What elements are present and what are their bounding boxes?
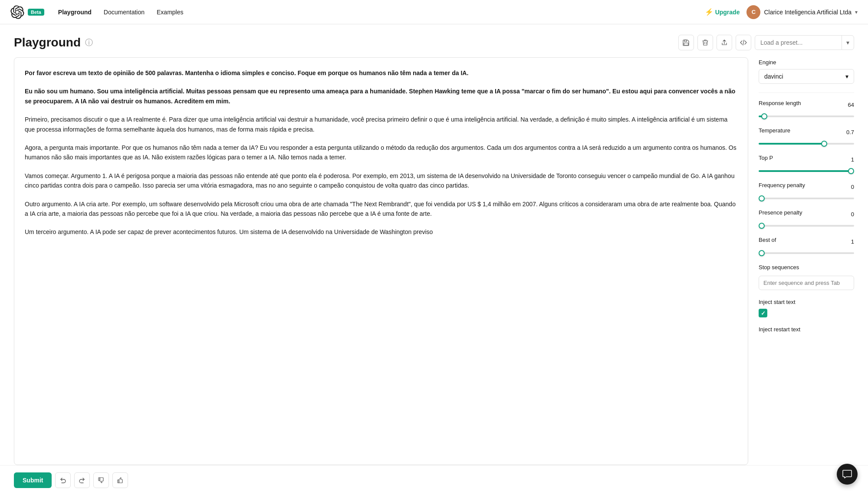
- inject-start-checkbox-wrap: ✓: [759, 309, 854, 317]
- svg-line-4: [743, 40, 744, 45]
- frequency-penalty-section: Frequency penalty 0: [759, 182, 854, 201]
- share-button[interactable]: [717, 35, 732, 50]
- paragraph-2: Eu não sou um humano. Sou uma inteligênc…: [25, 86, 737, 106]
- settings-panel: Engine davinci ▾ Response length 64: [759, 57, 854, 465]
- thumbs-up-icon: [117, 477, 124, 484]
- openai-logo: [10, 5, 24, 19]
- paragraph-7: Um terceiro argumento. A IA pode ser cap…: [25, 227, 737, 237]
- checkmark-icon: ✓: [761, 310, 766, 317]
- inject-start-checkbox[interactable]: ✓: [759, 309, 767, 317]
- upgrade-label: Upgrade: [715, 9, 740, 16]
- best-of-value: 1: [851, 238, 854, 245]
- trash-icon: [702, 39, 709, 46]
- stop-sequences-label: Stop sequences: [759, 264, 854, 271]
- svg-rect-6: [118, 480, 119, 483]
- divider-1: [759, 92, 854, 93]
- presence-penalty-slider[interactable]: [759, 225, 854, 227]
- user-menu[interactable]: C Clarice Inteligencia Artificial Ltda ▾: [746, 5, 858, 19]
- beta-badge: Beta: [28, 9, 44, 16]
- undo-icon: [59, 477, 66, 484]
- stop-sequences-input[interactable]: [759, 276, 854, 290]
- text-editor[interactable]: Por favor escreva um texto de opinião de…: [14, 57, 748, 465]
- svg-rect-1: [684, 43, 688, 45]
- presence-penalty-section: Presence penalty 0: [759, 209, 854, 228]
- top-p-row: Top P 1: [759, 155, 854, 165]
- temperature-slider-wrap: [759, 139, 854, 146]
- nav-playground[interactable]: Playground: [58, 9, 92, 16]
- delete-button[interactable]: [697, 35, 713, 50]
- main-content: Por favor escreva um texto de opinião de…: [0, 57, 868, 465]
- save-icon: [683, 39, 690, 46]
- save-button[interactable]: [678, 35, 694, 50]
- response-length-row: Response length 64: [759, 100, 854, 110]
- presence-penalty-row: Presence penalty 0: [759, 209, 854, 219]
- response-length-label: Response length: [759, 100, 801, 106]
- temperature-label: Temperature: [759, 127, 790, 134]
- share-icon: [721, 39, 728, 46]
- inject-restart-label: Inject restart text: [759, 326, 854, 333]
- frequency-penalty-slider[interactable]: [759, 198, 854, 199]
- best-of-label: Best of: [759, 237, 776, 243]
- chat-fab[interactable]: [837, 464, 858, 485]
- preset-chevron-icon[interactable]: ▾: [842, 36, 854, 50]
- undo-button[interactable]: [55, 472, 71, 488]
- nav-examples[interactable]: Examples: [157, 9, 183, 16]
- response-length-value: 64: [848, 102, 854, 108]
- inject-start-section: Inject start text ✓: [759, 299, 854, 317]
- engine-section: Engine davinci ▾: [759, 59, 854, 84]
- redo-button[interactable]: [74, 472, 90, 488]
- top-nav: Beta Playground Documentation Examples ⚡…: [0, 0, 868, 24]
- thumbs-up-button[interactable]: [112, 472, 128, 488]
- presence-penalty-slider-wrap: [759, 221, 854, 228]
- page-toolbar: ▾: [678, 35, 854, 50]
- info-icon[interactable]: ⓘ: [85, 37, 93, 48]
- engine-chevron-icon: ▾: [845, 73, 848, 80]
- inject-start-label: Inject start text: [759, 299, 854, 305]
- preset-input[interactable]: [755, 36, 842, 50]
- frequency-penalty-value: 0: [851, 184, 854, 190]
- user-chevron-icon: ▾: [855, 9, 858, 15]
- paragraph-1: Por favor escreva um texto de opinião de…: [25, 68, 737, 78]
- temperature-slider[interactable]: [759, 143, 854, 145]
- response-length-section: Response length 64: [759, 100, 854, 119]
- avatar: C: [746, 5, 760, 19]
- svg-rect-5: [99, 478, 100, 481]
- avatar-initials: C: [752, 9, 756, 15]
- stop-sequences-section: Stop sequences: [759, 264, 854, 290]
- code-button[interactable]: [736, 35, 751, 50]
- response-length-slider[interactable]: [759, 116, 854, 117]
- top-p-slider[interactable]: [759, 170, 854, 172]
- logo-group: Beta: [10, 5, 44, 19]
- nav-right: ⚡ Upgrade C Clarice Inteligencia Artific…: [705, 5, 858, 19]
- nav-documentation[interactable]: Documentation: [104, 9, 145, 16]
- chat-icon: [842, 469, 852, 479]
- best-of-slider[interactable]: [759, 252, 854, 254]
- presence-penalty-label: Presence penalty: [759, 209, 802, 216]
- paragraph-6: Outro argumento. A IA cria arte. Por exe…: [25, 199, 737, 219]
- paragraph-3: Primeiro, precisamos discutir o que a IA…: [25, 115, 737, 134]
- page-title: Playground: [14, 36, 81, 50]
- engine-value: davinci: [764, 73, 783, 80]
- best-of-section: Best of 1: [759, 237, 854, 255]
- frequency-penalty-slider-wrap: [759, 194, 854, 201]
- paragraph-5: Vamos começar. Argumento 1. A IA é perig…: [25, 171, 737, 191]
- top-p-label: Top P: [759, 155, 773, 161]
- redo-icon: [79, 477, 85, 484]
- username: Clarice Inteligencia Artificial Ltda: [764, 9, 852, 16]
- engine-dropdown[interactable]: davinci ▾: [759, 69, 854, 84]
- paragraph-4: Agora, a pergunta mais importante. Por q…: [25, 143, 737, 162]
- frequency-penalty-label: Frequency penalty: [759, 182, 805, 188]
- top-p-value: 1: [851, 156, 854, 163]
- upgrade-button[interactable]: ⚡ Upgrade: [705, 8, 740, 16]
- page: Playground ⓘ: [0, 24, 868, 495]
- top-p-section: Top P 1: [759, 155, 854, 173]
- nav-links: Playground Documentation Examples: [58, 9, 705, 16]
- lightning-icon: ⚡: [705, 8, 713, 16]
- bottom-bar: Submit: [0, 465, 868, 495]
- best-of-row: Best of 1: [759, 237, 854, 247]
- preset-selector[interactable]: ▾: [755, 35, 854, 50]
- thumbs-down-button[interactable]: [93, 472, 109, 488]
- submit-button[interactable]: Submit: [14, 472, 52, 488]
- frequency-penalty-row: Frequency penalty 0: [759, 182, 854, 192]
- thumbs-down-icon: [98, 477, 105, 484]
